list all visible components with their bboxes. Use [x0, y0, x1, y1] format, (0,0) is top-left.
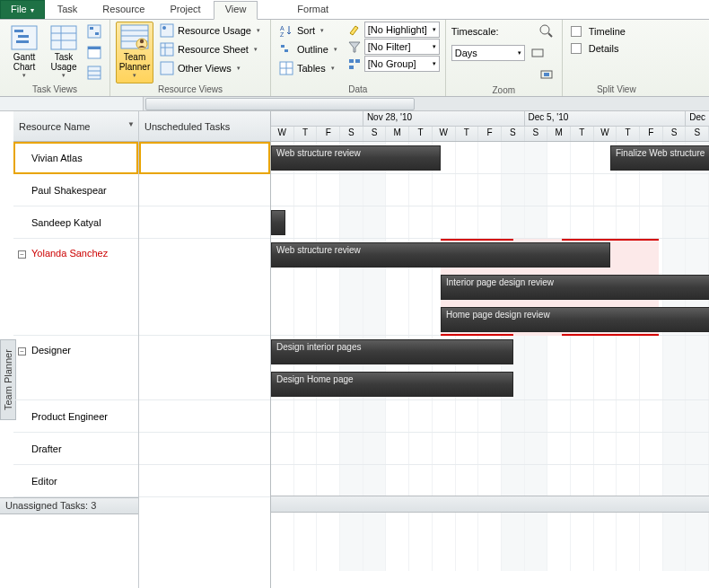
filter-dropdown-icon[interactable]: ▼ [127, 120, 135, 128]
resource-row[interactable]: Sandeep Katyal [13, 206, 138, 239]
task-usage-button[interactable]: TaskUsage▾ [45, 22, 83, 83]
task-bar[interactable]: Home page design review [441, 307, 709, 332]
horizontal-scrollbar[interactable] [0, 97, 709, 111]
chevron-down-icon: ▾ [31, 6, 34, 14]
task-bar[interactable]: Design Home page [271, 372, 513, 397]
tab-task[interactable]: Task [45, 0, 91, 19]
resource-row[interactable]: −Designer [13, 336, 138, 400]
group-combo[interactable]: [No Group]▾ [364, 56, 440, 72]
task-bar[interactable]: Web structure review [271, 145, 441, 171]
unscheduled-cell[interactable] [139, 336, 270, 400]
unscheduled-cell[interactable] [139, 206, 270, 239]
highlight-value: [No Highlight] [368, 24, 427, 35]
col-header-resource[interactable]: Resource Name▼ [13, 111, 138, 142]
resource-row[interactable]: Vivian Atlas [13, 142, 138, 174]
tab-file[interactable]: File▾ [0, 0, 45, 19]
unscheduled-cell[interactable] [139, 142, 270, 174]
resource-usage-label: Resource Usage [178, 25, 251, 36]
gantt-chart-button[interactable]: GanttChart▾ [5, 22, 43, 83]
unscheduled-cell[interactable] [139, 433, 270, 465]
svg-rect-1 [14, 30, 23, 32]
highlight-combo[interactable]: [No Highlight]▾ [364, 22, 440, 38]
day-cell: S [663, 127, 687, 142]
resource-row[interactable]: Product Engineer [13, 400, 138, 433]
overallocation-indicator [562, 334, 659, 336]
outline-button[interactable]: Outline▾ [276, 40, 342, 58]
resource-row[interactable]: −Yolanda Sanchez [13, 239, 138, 336]
zoom-entire-button[interactable] [528, 43, 547, 63]
collapse-icon[interactable]: − [18, 347, 26, 355]
task-bar[interactable]: Web structure review [271, 242, 610, 268]
group-zoom: Timescale: Days▾ Zoom [446, 20, 563, 96]
week-cell: Nov 28, '10 [363, 111, 525, 127]
scroll-thumb[interactable] [145, 98, 415, 110]
task-bar[interactable]: Interior page design review [441, 275, 709, 300]
filter-combo[interactable]: [No Filter]▾ [364, 39, 440, 55]
task-bar[interactable]: Design interior pages [271, 339, 513, 364]
details-label: Details [589, 43, 619, 54]
svg-rect-3 [16, 40, 29, 43]
checkbox-icon [571, 26, 582, 37]
timeline-check[interactable]: Timeline [568, 24, 665, 39]
day-cell: F [317, 127, 340, 142]
tab-format[interactable]: Format [284, 0, 341, 19]
group-task-views: GanttChart▾ TaskUsage▾ Task Views [0, 20, 110, 96]
group-label-resource-views: Resource Views [116, 83, 265, 96]
svg-point-21 [140, 39, 144, 43]
team-planner-button[interactable]: TeamPlanner▾ [116, 22, 153, 83]
sort-button[interactable]: AZSort▾ [276, 22, 342, 39]
network-diagram-button[interactable] [84, 22, 104, 41]
collapse-icon[interactable]: − [18, 250, 26, 259]
task-usage-label: TaskUsage [51, 52, 77, 72]
group-split-view: Timeline Details Split View [563, 20, 670, 96]
team-planner-view: Resource Name▼ Vivian Atlas Paul Shakesp… [0, 111, 709, 588]
col-header-unscheduled[interactable]: Unscheduled Tasks [139, 111, 270, 142]
tab-view[interactable]: View [214, 1, 258, 20]
resource-sheet-button[interactable]: Resource Sheet▾ [157, 40, 265, 58]
other-views-button[interactable]: Other Views▾ [157, 59, 265, 77]
zoom-button[interactable] [537, 22, 556, 41]
task-usage-icon [49, 24, 78, 51]
timescale-label: Timescale: [451, 26, 499, 37]
tables-icon [279, 61, 293, 75]
timeline-pane: Nov 28, '10 Dec 5, '10 Dec WTFSSMTWTFSSM… [271, 111, 709, 588]
svg-rect-40 [532, 49, 543, 57]
day-cell: T [617, 127, 640, 142]
timescale-combo[interactable]: Days▾ [451, 45, 525, 61]
svg-rect-30 [281, 45, 284, 48]
resource-usage-button[interactable]: Resource Usage▾ [157, 22, 265, 39]
task-bar[interactable]: Finalize Web structure [610, 145, 709, 171]
svg-rect-10 [95, 32, 99, 35]
group-value: [No Group] [368, 58, 416, 69]
group-label-zoom: Zoom [451, 84, 556, 97]
tab-project[interactable]: Project [157, 0, 213, 19]
day-cell: W [271, 127, 294, 142]
highlight-icon [347, 22, 362, 37]
zoom-selected-button[interactable] [537, 65, 556, 84]
day-cell: T [409, 127, 433, 142]
unscheduled-cell[interactable] [139, 239, 270, 336]
day-cell: T [294, 127, 318, 142]
tab-resource[interactable]: Resource [90, 0, 157, 19]
svg-rect-31 [284, 49, 288, 52]
outline-label: Outline [297, 44, 328, 55]
resource-pane: Resource Name▼ Vivian Atlas Paul Shakesp… [13, 111, 271, 588]
day-cell: F [640, 127, 663, 142]
calendar-button[interactable] [84, 42, 104, 62]
details-check[interactable]: Details [568, 41, 665, 56]
resource-sheet-icon [160, 42, 174, 57]
day-cell: T [571, 127, 594, 142]
resource-row[interactable]: Drafter [13, 433, 138, 465]
svg-rect-9 [90, 27, 93, 30]
tables-button[interactable]: Tables▾ [276, 59, 342, 77]
unscheduled-cell[interactable] [139, 400, 270, 433]
resource-row[interactable]: Paul Shakespear [13, 174, 138, 206]
other-task-views-button[interactable] [84, 63, 104, 83]
resource-row[interactable]: Editor [13, 465, 138, 497]
task-bar[interactable] [271, 210, 285, 235]
unscheduled-cell[interactable] [139, 465, 270, 497]
svg-line-39 [548, 33, 552, 37]
unscheduled-cell[interactable] [139, 174, 270, 206]
day-cell: F [478, 127, 502, 142]
overallocation-indicator [441, 334, 513, 336]
